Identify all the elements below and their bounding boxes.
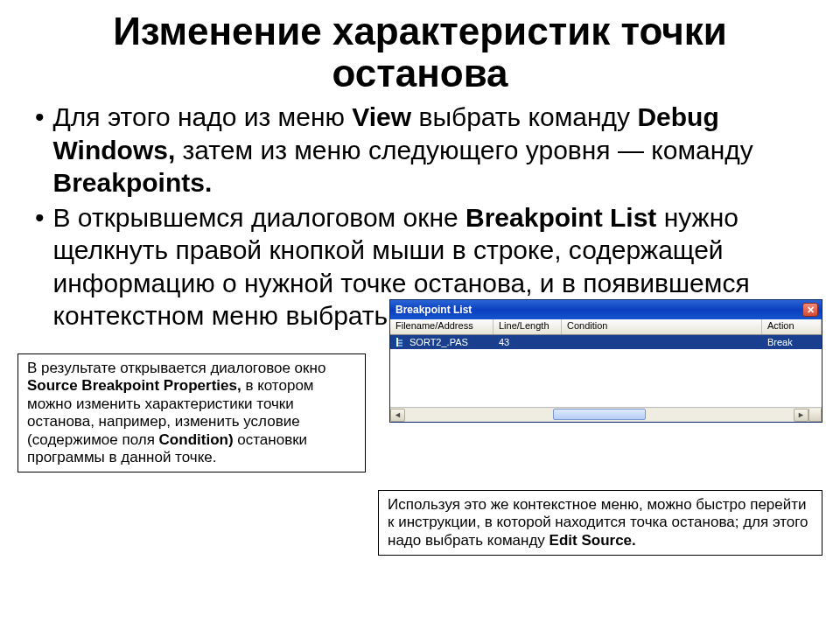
scroll-thumb[interactable] [553, 409, 647, 420]
scroll-right-icon[interactable]: ► [794, 409, 808, 422]
column-header-row: Filename/Address Line/Length Condition A… [390, 319, 822, 335]
column-header-condition[interactable]: Condition [562, 319, 762, 334]
slide: Изменение характеристик точки останова •… [0, 0, 840, 630]
cell-filename: SORT2_.PAS [404, 337, 494, 347]
scroll-left-icon[interactable]: ◄ [390, 409, 405, 422]
bullet-1-content: Для этого надо из меню View выбрать кома… [53, 101, 805, 200]
rows-area: SORT2_.PAS 43 Break [390, 335, 822, 407]
table-row[interactable]: SORT2_.PAS 43 Break [390, 335, 822, 349]
window-titlebar[interactable]: Breakpoint List ✕ [390, 300, 822, 319]
body-text: • Для этого надо из меню View выбрать ко… [35, 101, 805, 332]
callout-edit-source: Используя это же контекстное меню, можно… [378, 490, 822, 556]
page-title: Изменение характеристик точки останова [35, 10, 805, 94]
column-header-filename[interactable]: Filename/Address [390, 319, 494, 334]
resize-grip-icon[interactable] [808, 409, 822, 422]
bullet-dot: • [35, 201, 45, 332]
file-icon [390, 337, 404, 347]
bullet-dot: • [35, 101, 45, 200]
column-header-line[interactable]: Line/Length [494, 319, 562, 334]
horizontal-scrollbar[interactable]: ◄ ► [390, 407, 822, 422]
cell-action: Break [762, 337, 822, 347]
close-icon[interactable]: ✕ [802, 303, 818, 317]
scroll-track[interactable] [405, 409, 794, 422]
column-header-action[interactable]: Action [762, 319, 822, 334]
callout-source-breakpoint-properties: В результате открывается диалоговое окно… [18, 354, 366, 472]
bullet-1: • Для этого надо из меню View выбрать ко… [35, 101, 805, 200]
cell-line: 43 [494, 337, 562, 347]
breakpoint-list-window: Breakpoint List ✕ Filename/Address Line/… [389, 299, 822, 423]
window-title: Breakpoint List [396, 304, 472, 316]
